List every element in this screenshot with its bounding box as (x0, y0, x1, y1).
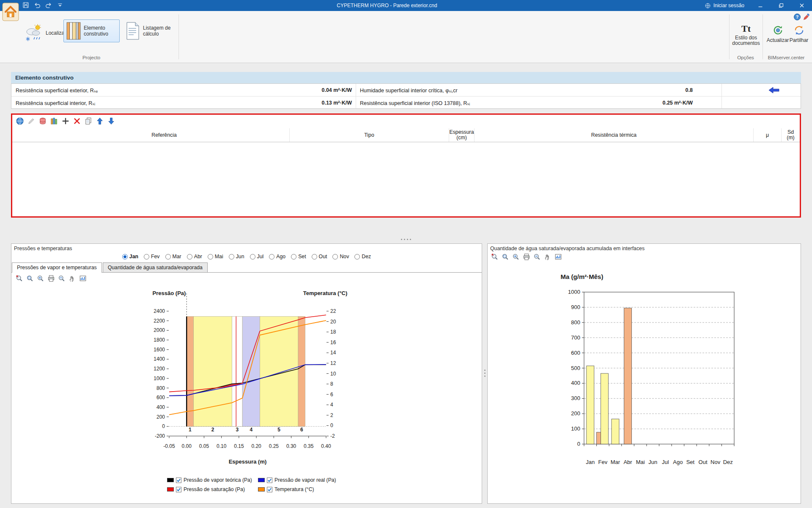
zoom-window-icon[interactable] (26, 275, 34, 282)
svg-text:2: 2 (211, 427, 214, 433)
series-checkbox[interactable] (176, 487, 181, 492)
close-button[interactable] (793, 0, 811, 11)
pan-icon[interactable] (69, 275, 76, 282)
import-icon[interactable] (16, 117, 24, 125)
series-label: Temperatura (°C) (274, 486, 314, 492)
month-label: Set (298, 254, 306, 260)
login-button[interactable]: Iniciar sessão (705, 0, 744, 11)
col-espessura: Espessura(cm) (449, 128, 475, 142)
svg-text:0.15: 0.15 (234, 443, 244, 449)
tab-pressoes-vapor[interactable]: Pressões de vapor e temperaturas (12, 262, 102, 273)
series-color-swatch (167, 487, 174, 491)
month-radio-jun[interactable]: Jun (229, 254, 244, 260)
pan-icon[interactable] (544, 253, 551, 261)
svg-text:800: 800 (571, 319, 580, 326)
ribbon: Localização Elemento construtivo Listage… (0, 11, 812, 63)
col-mu: μ (754, 128, 782, 142)
month-radio-abr[interactable]: Abr (187, 254, 202, 260)
svg-text:600: 600 (156, 395, 165, 400)
library-icon[interactable] (50, 117, 58, 125)
series-checkbox[interactable] (176, 478, 181, 483)
print-icon[interactable] (47, 275, 55, 282)
pressures-panel-title: Pressões e temperaturas (14, 246, 72, 251)
svg-text:Jun: Jun (648, 459, 657, 465)
svg-text:4: 4 (250, 427, 252, 433)
month-radio-mai[interactable]: Mai (208, 254, 223, 260)
svg-text:3: 3 (236, 427, 239, 433)
svg-text:1800: 1800 (154, 337, 165, 343)
svg-text:Espessura (m): Espessura (m) (229, 458, 267, 465)
prop-value-rse: 0.04 m²·K/W (252, 84, 352, 97)
radio-dot (229, 254, 234, 260)
svg-text:200: 200 (571, 410, 580, 417)
month-label: Jul (257, 254, 264, 260)
vertical-splitter[interactable] (483, 363, 487, 383)
month-radio-dez[interactable]: Dez (354, 254, 371, 260)
help-icon[interactable]: ? (793, 13, 801, 21)
tab-quantidade-agua[interactable]: Quantidade de água saturada/evaporada (103, 262, 208, 272)
col-sd: Sd(m) (782, 128, 800, 142)
month-radio-jan[interactable]: Jan (122, 254, 138, 260)
move-down-icon[interactable] (107, 117, 115, 125)
export-icon[interactable] (79, 275, 87, 282)
app-icon[interactable] (2, 3, 19, 21)
series-checkbox[interactable] (267, 487, 272, 492)
delete-icon[interactable] (73, 117, 81, 125)
svg-text:4: 4 (330, 402, 333, 408)
svg-text:1: 1 (189, 427, 192, 433)
minimize-button[interactable] (751, 0, 770, 11)
feedback-icon[interactable] (803, 13, 810, 21)
month-label: Nov (340, 254, 349, 260)
ribbon-button-listagem[interactable]: Listagem de cálculo (122, 19, 179, 42)
svg-text:500: 500 (571, 365, 580, 371)
add-icon[interactable] (61, 117, 70, 125)
svg-text:100: 100 (571, 425, 580, 432)
month-radio-nov[interactable]: Nov (332, 254, 349, 260)
back-arrow-button[interactable] (768, 87, 779, 94)
zoom-out-icon[interactable] (58, 275, 66, 282)
month-radio-mar[interactable]: Mar (165, 254, 181, 260)
ribbon-group-projecto: Projecto (6, 55, 177, 60)
ribbon-button-estilo-documentos[interactable]: Tt Estilo dos documentos (730, 24, 762, 46)
series-label: Pressão de vapor teórica (Pa) (184, 477, 252, 483)
zoom-reset-icon[interactable] (16, 275, 23, 282)
horizontal-splitter[interactable] (393, 237, 419, 241)
maximize-icon (778, 2, 785, 9)
month-radio-jul[interactable]: Jul (250, 254, 264, 260)
minimize-icon (757, 2, 764, 9)
svg-text:Mar: Mar (611, 459, 620, 465)
svg-text:700: 700 (571, 334, 580, 341)
database-icon[interactable] (38, 117, 47, 125)
copy-icon[interactable] (84, 117, 93, 125)
weather-icon (23, 23, 43, 43)
svg-text:Temperatura (°C): Temperatura (°C) (303, 290, 348, 296)
legend-item: Pressão de saturação (Pa) (167, 486, 245, 492)
svg-text:Jul: Jul (662, 459, 669, 465)
ribbon-button-elemento-construtivo[interactable]: Elemento construtivo (63, 19, 120, 42)
month-radio-set[interactable]: Set (291, 254, 306, 260)
ribbon-button-actualizar[interactable]: Actualizar (767, 25, 789, 43)
ribbon-group-bimserver: BIMserver.center (763, 55, 810, 60)
move-up-icon[interactable] (96, 117, 104, 125)
month-radio-ago[interactable]: Ago (269, 254, 285, 260)
svg-text:0.40: 0.40 (321, 443, 331, 449)
month-label: Jun (236, 254, 244, 260)
month-radio-fev[interactable]: Fev (144, 254, 160, 260)
export-icon[interactable] (554, 253, 562, 261)
zoom-window-icon[interactable] (502, 253, 509, 261)
moisture-bar-chart[interactable]: 01002003004005006007008009001000JanFevMa… (488, 263, 801, 475)
radio-dot (208, 254, 213, 260)
maximize-button[interactable] (772, 0, 790, 11)
ribbon-button-partilhar[interactable]: Partilhar (788, 25, 809, 43)
zoom-reset-icon[interactable] (491, 253, 499, 261)
zoom-in-icon[interactable] (37, 275, 44, 282)
vapor-pressure-chart[interactable]: 123456-0.050.000.050.100.150.200.250.300… (11, 284, 482, 475)
print-icon[interactable] (523, 253, 530, 261)
series-checkbox[interactable] (267, 478, 272, 483)
radio-dot (187, 254, 192, 260)
month-radio-out[interactable]: Out (312, 254, 327, 260)
ribbon-label-partilhar: Partilhar (790, 37, 809, 43)
zoom-in-icon[interactable] (512, 253, 520, 261)
zoom-out-icon[interactable] (533, 253, 541, 261)
edit-icon[interactable] (27, 117, 36, 125)
